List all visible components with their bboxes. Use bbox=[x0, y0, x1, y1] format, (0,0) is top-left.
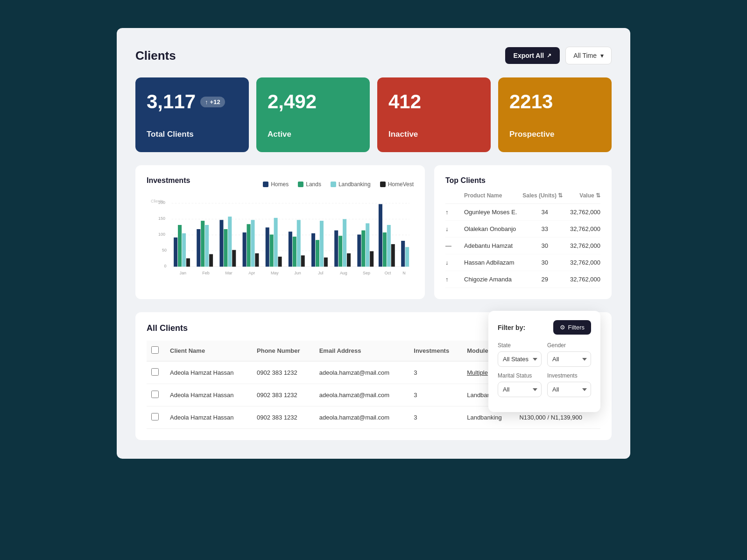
filter-icon: ⚙ bbox=[560, 324, 565, 331]
filters-button[interactable]: ⚙ Filters bbox=[553, 320, 591, 335]
trend-icon: ↑ bbox=[445, 271, 464, 288]
svg-rect-26 bbox=[243, 232, 247, 266]
row-checkbox[interactable] bbox=[151, 368, 159, 376]
filter-row-1: State All States Lagos Abuja Gender All … bbox=[498, 342, 591, 367]
filter-panel-header: Filter by: ⚙ Filters bbox=[498, 320, 591, 335]
client-name-cell: Adeola Hamzat Hassan bbox=[165, 406, 252, 429]
svg-rect-61 bbox=[401, 241, 405, 266]
gender-select[interactable]: All Male Female bbox=[547, 351, 591, 367]
value: 32,762,000 bbox=[567, 221, 600, 238]
legend-landbanking: Landbanking bbox=[331, 181, 371, 188]
svg-text:May: May bbox=[271, 271, 279, 275]
svg-rect-59 bbox=[391, 244, 395, 266]
tc-col-value[interactable]: Value ⇅ bbox=[567, 192, 600, 204]
state-select[interactable]: All States Lagos Abuja bbox=[498, 351, 542, 367]
page-title: Clients bbox=[135, 49, 176, 63]
svg-rect-32 bbox=[270, 235, 274, 267]
investments-select[interactable]: All 1 2+ bbox=[547, 382, 591, 397]
gender-label: Gender bbox=[547, 342, 591, 349]
sales-units: 30 bbox=[522, 238, 567, 254]
svg-text:100: 100 bbox=[158, 232, 165, 237]
svg-rect-49 bbox=[347, 253, 351, 267]
total-clients-label: Total Clients bbox=[147, 130, 238, 139]
svg-text:50: 50 bbox=[162, 248, 167, 252]
tc-col-product[interactable]: Product Name bbox=[464, 192, 522, 204]
marital-select[interactable]: All Single Married bbox=[498, 382, 542, 397]
phone-cell: 0902 383 1232 bbox=[252, 361, 315, 384]
row-checkbox[interactable] bbox=[151, 413, 159, 420]
svg-rect-38 bbox=[297, 220, 301, 266]
sales-units: 30 bbox=[522, 254, 567, 271]
svg-rect-13 bbox=[182, 233, 186, 266]
svg-rect-54 bbox=[370, 251, 374, 266]
client-name: Olalekan Onobanjo bbox=[464, 221, 522, 238]
svg-rect-47 bbox=[338, 236, 342, 266]
svg-rect-18 bbox=[205, 225, 209, 266]
top-clients-card: Top Clients Product Name Sales (Units) ⇅… bbox=[434, 165, 612, 299]
svg-rect-56 bbox=[379, 204, 382, 266]
svg-text:Oct: Oct bbox=[385, 271, 391, 275]
arrow-up-icon: ↑ bbox=[205, 98, 208, 105]
homevest-color-dot bbox=[380, 182, 386, 187]
sales-units: 33 bbox=[522, 221, 567, 238]
stat-card-active: 2,492 Active bbox=[256, 77, 370, 152]
client-name: Hassan Adbilazam bbox=[464, 254, 522, 271]
select-all-checkbox[interactable] bbox=[151, 346, 159, 354]
legend-homes: Homes bbox=[263, 181, 289, 188]
svg-text:Aug: Aug bbox=[340, 271, 347, 275]
value: 32,762,000 bbox=[567, 238, 600, 254]
svg-text:Jan: Jan bbox=[180, 271, 186, 275]
investments-cell: 3 bbox=[409, 406, 462, 429]
row-checkbox[interactable] bbox=[151, 391, 159, 398]
svg-rect-11 bbox=[174, 238, 177, 267]
inactive-clients-number: 412 bbox=[388, 91, 479, 113]
value: 32,762,000 bbox=[567, 271, 600, 288]
filter-gender-group: Gender All Male Female bbox=[547, 342, 591, 367]
client-name: Chigozie Amanda bbox=[464, 271, 522, 288]
inactive-clients-label: Inactive bbox=[388, 130, 479, 139]
stat-cards-grid: 3,117 ↑ +12 Total Clients 2,492 Active 4… bbox=[135, 77, 612, 152]
svg-rect-42 bbox=[316, 240, 319, 266]
filter-row-2: Marital Status All Single Married Invest… bbox=[498, 372, 591, 397]
tc-col-name bbox=[445, 192, 464, 204]
export-arrow-icon: ↗ bbox=[547, 52, 551, 59]
client-name-cell: Adeola Hamzat Hassan bbox=[165, 361, 252, 384]
export-button[interactable]: Export All ↗ bbox=[505, 47, 560, 64]
active-clients-label: Active bbox=[268, 130, 359, 139]
filter-state-group: State All States Lagos Abuja bbox=[498, 342, 542, 367]
email-cell: adeola.hamzat@mail.com bbox=[315, 384, 409, 406]
svg-rect-52 bbox=[361, 231, 365, 267]
col-email: Email Address bbox=[315, 341, 409, 361]
svg-text:0: 0 bbox=[164, 264, 167, 268]
email-cell: adeola.hamzat@mail.com bbox=[315, 406, 409, 429]
svg-text:Apr: Apr bbox=[248, 271, 255, 275]
filter-investments-group: Investments All 1 2+ bbox=[547, 372, 591, 397]
total-clients-badge: ↑ +12 bbox=[200, 97, 225, 107]
bar-chart-area: Clients 200 150 100 50 0 bbox=[147, 194, 414, 287]
svg-rect-46 bbox=[334, 231, 338, 267]
stat-card-inactive: 412 Inactive bbox=[377, 77, 491, 152]
legend-homevest: HomeVest bbox=[380, 181, 414, 188]
sales-units: 34 bbox=[522, 204, 567, 221]
svg-rect-22 bbox=[224, 229, 227, 266]
svg-rect-28 bbox=[251, 220, 254, 266]
investments-cell: 3 bbox=[409, 361, 462, 384]
svg-rect-12 bbox=[178, 225, 182, 266]
investments-cell: 3 bbox=[409, 384, 462, 406]
svg-rect-53 bbox=[366, 223, 369, 266]
chevron-down-icon: ▾ bbox=[600, 52, 604, 59]
phone-cell: 0902 383 1232 bbox=[252, 384, 315, 406]
col-client-name: Client Name bbox=[165, 341, 252, 361]
investments-label: Investments bbox=[547, 372, 591, 379]
trend-icon: — bbox=[445, 238, 464, 254]
tc-col-sales[interactable]: Sales (Units) ⇅ bbox=[522, 192, 567, 204]
email-cell: adeola.hamzat@mail.com bbox=[315, 361, 409, 384]
sales-units: 29 bbox=[522, 271, 567, 288]
total-clients-number: 3,117 ↑ +12 bbox=[147, 91, 238, 113]
stat-card-total: 3,117 ↑ +12 Total Clients bbox=[135, 77, 249, 152]
svg-rect-36 bbox=[289, 231, 292, 266]
time-filter-dropdown[interactable]: All Time ▾ bbox=[565, 47, 612, 64]
svg-text:200: 200 bbox=[158, 200, 165, 205]
investments-chart-title: Investments bbox=[147, 176, 190, 185]
svg-rect-21 bbox=[219, 220, 223, 266]
